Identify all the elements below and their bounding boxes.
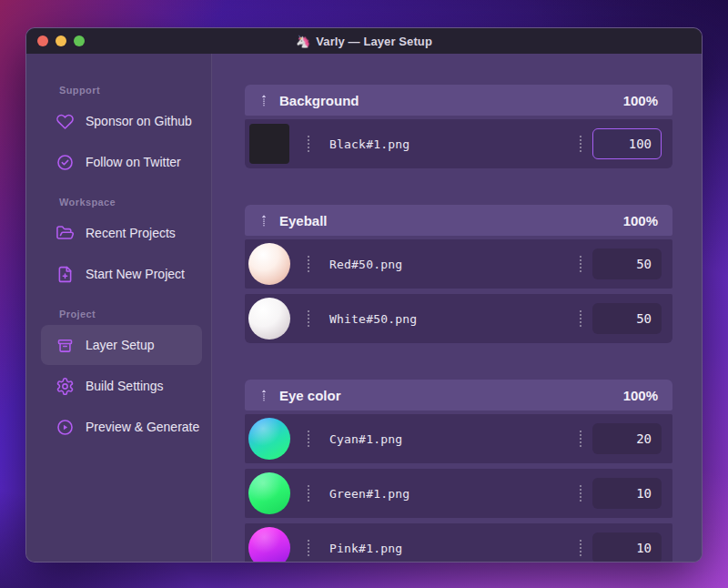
traffic-lights <box>37 35 85 46</box>
sidebar-item-build-settings[interactable]: Build Settings <box>41 366 202 406</box>
group-header: Background 100% <box>245 85 672 116</box>
dotted-divider <box>308 540 309 556</box>
archive-box-icon <box>56 336 75 355</box>
layer-filename: Green#1.png <box>329 487 410 501</box>
dotted-divider <box>308 485 309 502</box>
drag-handle-icon[interactable] <box>256 386 272 404</box>
layer-thumbnail <box>249 124 289 164</box>
dotted-divider <box>580 431 581 447</box>
dotted-divider <box>580 136 581 152</box>
group-title: Eye color <box>279 388 341 403</box>
group-header: Eye color 100% <box>245 380 672 411</box>
layer-row: Red#50.png <box>245 239 672 289</box>
layer-group-eye-color: Eye color 100% Cyan#1.png Green#1.png <box>245 380 672 562</box>
layer-weight-input[interactable] <box>592 128 662 159</box>
sidebar-item-sponsor-on-github[interactable]: Sponsor on Github <box>41 101 202 141</box>
sidebar-item-preview-generate[interactable]: Preview & Generate <box>41 407 202 447</box>
sidebar-item-label: Start New Project <box>86 267 185 281</box>
layer-weight-input[interactable] <box>592 248 662 279</box>
section-label: Project <box>26 309 211 325</box>
section-label: Support <box>26 85 211 101</box>
group-title: Background <box>279 93 359 108</box>
layer-weight-input[interactable] <box>592 478 662 509</box>
dotted-divider <box>580 540 581 556</box>
section-label: Workspace <box>26 197 211 213</box>
sidebar-item-start-new-project[interactable]: Start New Project <box>41 254 202 294</box>
heart-icon <box>56 112 75 131</box>
group-title: Eyeball <box>279 213 328 228</box>
layer-row: Green#1.png <box>245 469 672 518</box>
dotted-divider <box>308 431 309 447</box>
layer-row: Cyan#1.png <box>245 414 672 463</box>
layer-row: Pink#1.png <box>245 523 672 562</box>
title-bar[interactable]: 🦄 Varly — Layer Setup <box>26 28 702 54</box>
layer-group-background: Background 100% Black#1.png <box>245 85 672 168</box>
sidebar-section-project: Project Layer Setup Build Settings Previ… <box>26 309 211 447</box>
layer-setup-panel[interactable]: Background 100% Black#1.png Eyeball <box>212 54 702 562</box>
dotted-divider <box>308 310 309 327</box>
sidebar-item-label: Build Settings <box>86 379 164 393</box>
group-percent: 100% <box>623 388 658 403</box>
group-percent: 100% <box>623 93 658 108</box>
file-plus-icon <box>56 265 75 284</box>
layer-row: White#50.png <box>245 294 672 343</box>
sidebar-item-label: Recent Projects <box>86 226 176 240</box>
sidebar-item-layer-setup[interactable]: Layer Setup <box>41 325 202 365</box>
layer-thumbnail <box>248 472 290 514</box>
layer-thumbnail <box>248 418 290 460</box>
layer-thumbnail <box>248 243 290 285</box>
drag-handle-icon[interactable] <box>256 91 272 109</box>
app-window: 🦄 Varly — Layer Setup Support Sponsor on… <box>25 27 703 563</box>
gear-icon <box>56 377 75 396</box>
dotted-divider <box>580 485 581 502</box>
dotted-divider <box>580 310 581 327</box>
app-icon: 🦄 <box>296 35 310 47</box>
layer-filename: Cyan#1.png <box>329 432 402 446</box>
dotted-divider <box>308 136 309 152</box>
dotted-divider <box>580 256 581 272</box>
layer-thumbnail <box>248 298 290 340</box>
group-header: Eyeball 100% <box>245 205 672 236</box>
sidebar: Support Sponsor on Github Follow on Twit… <box>26 54 212 562</box>
sidebar-item-follow-on-twitter[interactable]: Follow on Twitter <box>41 142 202 182</box>
minimize-button[interactable] <box>56 35 66 46</box>
sidebar-item-recent-projects[interactable]: Recent Projects <box>41 213 202 253</box>
layer-weight-input[interactable] <box>592 303 662 334</box>
sidebar-item-label: Preview & Generate <box>86 420 199 434</box>
drag-handle-icon[interactable] <box>256 211 272 229</box>
sidebar-item-label: Sponsor on Github <box>86 114 192 128</box>
layer-group-eyeball: Eyeball 100% Red#50.png White#50.png <box>245 205 672 343</box>
layer-weight-input[interactable] <box>592 532 662 562</box>
group-percent: 100% <box>623 213 658 228</box>
sidebar-section-workspace: Workspace Recent Projects Start New Proj… <box>26 197 211 294</box>
dotted-divider <box>308 256 309 272</box>
layer-filename: Red#50.png <box>329 258 402 271</box>
window-title: Varly — Layer Setup <box>316 35 432 48</box>
layer-row: Black#1.png <box>245 119 672 168</box>
play-circle-icon <box>56 418 75 437</box>
layer-thumbnail <box>248 527 290 562</box>
layer-weight-input[interactable] <box>592 423 662 454</box>
close-button[interactable] <box>37 35 48 46</box>
layer-filename: White#50.png <box>329 312 417 326</box>
sidebar-item-label: Follow on Twitter <box>86 155 181 169</box>
folder-open-icon <box>56 224 75 243</box>
badge-check-icon <box>56 153 75 172</box>
sidebar-item-label: Layer Setup <box>86 338 155 352</box>
sidebar-section-support: Support Sponsor on Github Follow on Twit… <box>26 85 211 182</box>
layer-filename: Pink#1.png <box>329 542 402 555</box>
zoom-button[interactable] <box>74 35 85 46</box>
layer-filename: Black#1.png <box>329 137 410 151</box>
